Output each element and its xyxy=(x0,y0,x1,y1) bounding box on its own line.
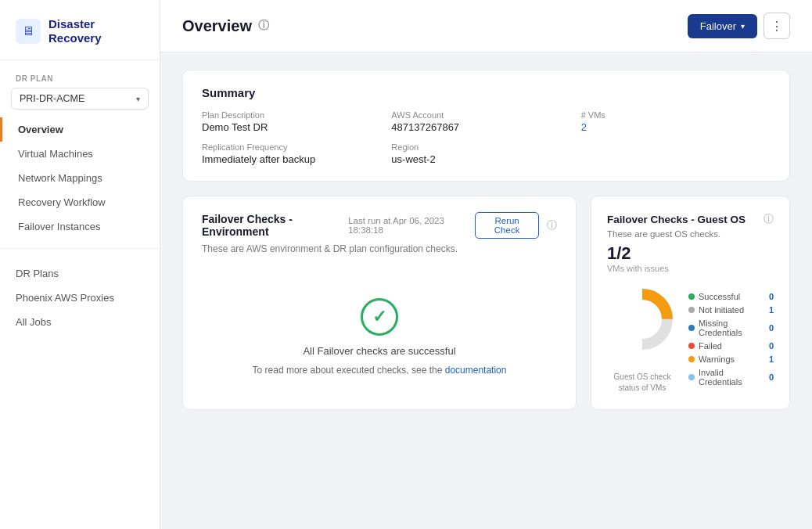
failover-button[interactable]: Failover ▾ xyxy=(688,14,757,38)
summary-title: Summary xyxy=(202,86,771,99)
replication-value: Immediately after backup xyxy=(202,153,391,165)
invalid-creds-label: InvalidCredentials xyxy=(699,368,742,387)
rerun-check-button[interactable]: Rerun Check xyxy=(475,212,539,239)
sidebar-item-phoenix-aws-proxies[interactable]: Phoenix AWS Proxies xyxy=(0,286,160,310)
region-label: Region xyxy=(391,142,580,152)
summary-replication: Replication Frequency Immediately after … xyxy=(202,142,391,165)
sidebar-item-all-jobs[interactable]: All Jobs xyxy=(0,310,160,334)
more-options-button[interactable]: ⋮ xyxy=(763,13,790,39)
legend-item-failed: Failed 0 xyxy=(688,341,774,351)
sidebar-item-network-mappings[interactable]: Network Mappings xyxy=(0,166,160,190)
replication-label: Replication Frequency xyxy=(202,142,391,152)
failover-env-description: These are AWS environment & DR plan conf… xyxy=(202,243,557,254)
sidebar-item-label: Overview xyxy=(18,124,63,135)
app-title: DisasterRecovery xyxy=(49,17,102,45)
last-run-text: Last run at Apr 06, 2023 18:38:18 xyxy=(348,216,467,235)
sidebar-bottom-label: DR Plans xyxy=(16,268,59,279)
warnings-count: 1 xyxy=(769,354,774,364)
donut-svg xyxy=(607,284,677,354)
successful-dot xyxy=(688,293,695,300)
vms-label: # VMs xyxy=(581,110,771,120)
region-value: us-west-2 xyxy=(391,153,580,165)
legend-item-invalid-credentials: InvalidCredentials 0 xyxy=(688,368,774,387)
not-initiated-count: 1 xyxy=(769,305,774,315)
topbar-actions: Failover ▾ ⋮ xyxy=(688,13,790,39)
sidebar-item-label: Virtual Machines xyxy=(18,148,93,160)
legend-item-not-initiated: Not initiated 1 xyxy=(688,305,774,315)
info-icon[interactable]: ⓘ xyxy=(547,218,557,232)
successful-count: 0 xyxy=(769,292,774,301)
failover-doc-text: To read more about executed checks, see … xyxy=(253,365,507,376)
sidebar-bottom-label: All Jobs xyxy=(16,316,52,328)
donut-chart xyxy=(607,284,677,354)
failover-env-header: Failover Checks - Environment Last run a… xyxy=(202,212,557,239)
aws-account-value: 487137267867 xyxy=(391,121,580,133)
content-area: Summary Plan Description Demo Test DR AW… xyxy=(160,52,812,529)
donut-container: Guest OS checkstatus of VMs xyxy=(607,284,677,394)
failover-success-text: All Failover checks are successful xyxy=(303,345,455,357)
sidebar-item-failover-instances[interactable]: Failover Instances xyxy=(0,214,160,239)
check-circle xyxy=(361,298,398,336)
dr-plan-dropdown[interactable]: PRI-DR-ACME ▾ xyxy=(11,88,149,110)
guest-os-body: Guest OS checkstatus of VMs Successful 0 xyxy=(607,284,774,394)
invalid-creds-count: 0 xyxy=(769,372,774,382)
sidebar-item-label: Recovery Workflow xyxy=(18,196,106,208)
plan-description-value: Demo Test DR xyxy=(202,121,391,133)
failed-label: Failed xyxy=(699,341,722,351)
info-icon[interactable]: ⓘ xyxy=(763,212,774,226)
documentation-link[interactable]: documentation xyxy=(445,365,507,376)
donut-label: Guest OS checkstatus of VMs xyxy=(614,372,671,394)
ellipsis-icon: ⋮ xyxy=(771,19,783,34)
guest-os-description: These are guest OS checks. xyxy=(607,229,774,239)
plan-description-label: Plan Description xyxy=(202,110,391,120)
sidebar-item-virtual-machines[interactable]: Virtual Machines xyxy=(0,142,160,166)
sidebar-item-recovery-workflow[interactable]: Recovery Workflow xyxy=(0,190,160,214)
missing-creds-label: MissingCredentials xyxy=(699,318,742,337)
sidebar-item-overview[interactable]: Overview xyxy=(0,117,160,142)
warnings-dot xyxy=(688,356,695,362)
page-title-container: Overview ⓘ xyxy=(182,17,269,35)
chevron-down-icon: ▾ xyxy=(136,95,140,103)
legend-item-missing-credentials: MissingCredentials 0 xyxy=(688,318,774,337)
check-success-icon xyxy=(359,297,400,337)
main-content: Overview ⓘ Failover ▾ ⋮ Summary Plan Des… xyxy=(160,0,812,529)
sidebar-item-dr-plans[interactable]: DR Plans xyxy=(0,261,160,286)
guest-os-title: Failover Checks - Guest OS xyxy=(607,214,746,225)
summary-card: Summary Plan Description Demo Test DR AW… xyxy=(182,70,790,182)
vms-value[interactable]: 2 xyxy=(581,121,771,133)
failover-button-label: Failover xyxy=(700,20,736,32)
summary-vms: # VMs 2 xyxy=(581,110,771,133)
summary-aws-account: AWS Account 487137267867 xyxy=(391,110,580,133)
guest-os-header: Failover Checks - Guest OS ⓘ xyxy=(607,212,774,226)
not-initiated-label: Not initiated xyxy=(699,305,744,315)
summary-region: Region us-west-2 xyxy=(391,142,580,165)
sidebar-divider xyxy=(0,248,160,249)
warnings-label: Warnings xyxy=(699,354,735,364)
invalid-creds-dot xyxy=(688,374,695,380)
logo-icon: 🖥 xyxy=(16,19,41,44)
sidebar-logo: 🖥 DisasterRecovery xyxy=(0,0,160,60)
summary-plan-description: Plan Description Demo Test DR xyxy=(202,110,391,133)
failed-count: 0 xyxy=(769,341,774,351)
dr-plan-value: PRI-DR-ACME xyxy=(20,93,84,104)
topbar: Overview ⓘ Failover ▾ ⋮ xyxy=(160,0,812,52)
aws-account-label: AWS Account xyxy=(391,110,580,120)
chevron-down-icon: ▾ xyxy=(741,22,745,31)
guest-os-card: Failover Checks - Guest OS ⓘ These are g… xyxy=(591,196,790,410)
sidebar-bottom-label: Phoenix AWS Proxies xyxy=(16,292,114,304)
failover-env-body: All Failover checks are successful To re… xyxy=(202,278,557,394)
sidebar-item-label: Failover Instances xyxy=(18,221,101,232)
guest-os-sublabel: VMs with issues xyxy=(607,264,774,273)
legend-item-warnings: Warnings 1 xyxy=(688,354,774,364)
not-initiated-dot xyxy=(688,307,695,313)
guest-os-fraction: 1/2 xyxy=(607,243,774,264)
missing-creds-count: 0 xyxy=(769,323,774,333)
failover-env-card: Failover Checks - Environment Last run a… xyxy=(182,196,577,410)
failed-dot xyxy=(688,343,695,349)
info-icon[interactable]: ⓘ xyxy=(258,19,269,33)
page-title: Overview xyxy=(182,17,252,35)
missing-creds-dot xyxy=(688,325,695,331)
dr-plan-label: DR Plan xyxy=(0,60,160,88)
bottom-row: Failover Checks - Environment Last run a… xyxy=(182,196,790,410)
sidebar-item-label: Network Mappings xyxy=(18,172,102,184)
